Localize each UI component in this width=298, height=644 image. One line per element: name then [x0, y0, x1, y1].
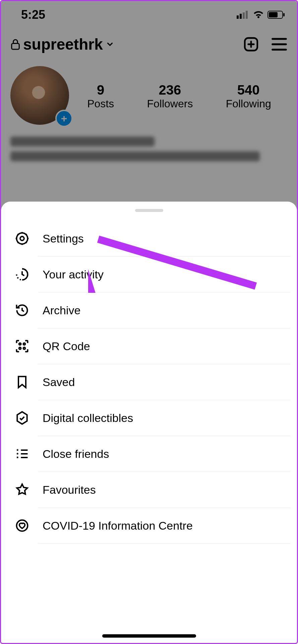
svg-point-19 — [19, 343, 21, 345]
menu-label-qr-code: QR Code — [43, 340, 90, 353]
sheet-grabber[interactable] — [135, 209, 163, 212]
menu-label-favourites: Favourites — [43, 483, 96, 496]
svg-line-18 — [26, 234, 27, 235]
menu-item-covid-info[interactable]: COVID-19 Information Centre — [1, 508, 297, 543]
menu-label-your-activity: Your activity — [43, 268, 104, 281]
heart-badge-icon — [14, 517, 31, 534]
menu-label-digital-collectibles: Digital collectibles — [43, 412, 133, 425]
home-indicator — [102, 634, 196, 638]
activity-icon — [14, 266, 31, 283]
menu-item-archive[interactable]: Archive — [1, 292, 297, 328]
menu-item-settings[interactable]: Settings — [1, 221, 297, 256]
star-icon — [14, 481, 31, 498]
menu-item-saved[interactable]: Saved — [1, 364, 297, 400]
profile-menu-sheet: Settings Your activity Archive QR Code — [1, 202, 297, 643]
menu-label-archive: Archive — [43, 304, 80, 317]
bookmark-icon — [14, 374, 31, 390]
svg-point-22 — [23, 347, 25, 349]
gear-icon — [14, 230, 31, 247]
qr-icon — [14, 338, 31, 355]
archive-icon — [14, 302, 31, 319]
hex-check-icon — [14, 410, 31, 426]
star-list-icon — [14, 445, 31, 462]
svg-point-20 — [23, 343, 25, 345]
menu-item-digital-collectibles[interactable]: Digital collectibles — [1, 400, 297, 436]
svg-line-16 — [26, 242, 27, 243]
svg-point-10 — [20, 236, 24, 240]
svg-point-23 — [17, 520, 28, 531]
menu-item-favourites[interactable]: Favourites — [1, 472, 297, 507]
menu-label-saved: Saved — [43, 376, 75, 389]
menu-list: Settings Your activity Archive QR Code — [1, 221, 297, 544]
menu-item-your-activity[interactable]: Your activity — [1, 257, 297, 292]
menu-item-close-friends[interactable]: Close friends — [1, 436, 297, 472]
menu-label-covid-info: COVID-19 Information Centre — [43, 519, 193, 532]
menu-label-close-friends: Close friends — [43, 447, 109, 461]
svg-point-21 — [19, 347, 21, 349]
menu-label-settings: Settings — [43, 232, 84, 245]
svg-line-17 — [17, 242, 18, 243]
svg-line-15 — [17, 234, 18, 235]
menu-item-qr-code[interactable]: QR Code — [1, 328, 297, 364]
